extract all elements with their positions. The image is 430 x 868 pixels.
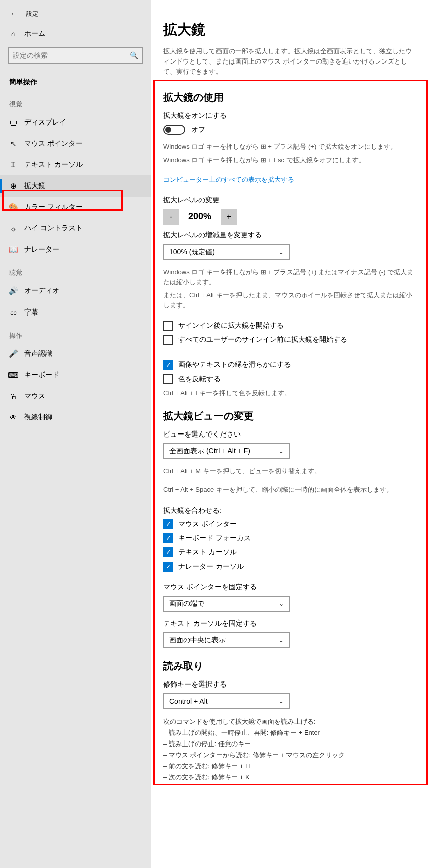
follow-label: 拡大鏡を合わせる: <box>163 506 418 515</box>
caption-icon: ㏄ <box>9 307 17 317</box>
narrator-icon: 📖 <box>9 245 17 254</box>
keyboard-icon: ⌨ <box>9 370 17 380</box>
text-fix-label: テキスト カーソルを固定する <box>163 619 418 628</box>
home-nav[interactable]: ⌂ ホーム <box>0 23 151 44</box>
enlarge-all-link[interactable]: コンピューター上のすべての表示を拡大する <box>163 175 294 184</box>
cb-follow-keyboard[interactable]: ✓キーボード フォーカス <box>163 533 418 543</box>
back-icon[interactable]: ← <box>6 7 22 20</box>
nav-magnifier[interactable]: ⊕拡大鏡 <box>0 175 151 197</box>
modifier-label: 修飾キーを選択する <box>163 680 418 689</box>
display-icon: 🖵 <box>9 118 17 127</box>
zoom-plus-button[interactable]: + <box>221 209 237 225</box>
magnifier-toggle[interactable] <box>163 125 185 135</box>
nav-captions[interactable]: ㏄字幕 <box>0 301 151 323</box>
hint-zoom1: Windows ロゴ キーを押しながら ⊞ + プラス記号 (+) またはマイナ… <box>163 267 418 287</box>
invert-hint: Ctrl + Alt + I キーを押して色を反転します。 <box>163 388 418 398</box>
read-heading: 読み取り <box>163 659 418 673</box>
nav-mouse-pointer[interactable]: ↖マウス ポインター <box>0 133 151 154</box>
checkbox-icon <box>163 321 173 331</box>
cb-start-before-signin[interactable]: すべてのユーザーのサインイン前に拡大鏡を開始する <box>163 335 418 345</box>
nav-display[interactable]: 🖵ディスプレイ <box>0 112 151 133</box>
eye-icon: 👁 <box>9 413 17 422</box>
toggle-state: オフ <box>191 125 205 134</box>
zoom-label: 拡大レベルの変更 <box>163 196 418 205</box>
cb-follow-text[interactable]: ✓テキスト カーソル <box>163 547 418 557</box>
cb-invert-colors[interactable]: 色を反転する <box>163 374 418 384</box>
nav-high-contrast[interactable]: ☼ハイ コントラスト <box>0 218 151 239</box>
zoom-minus-button[interactable]: - <box>163 209 179 225</box>
magnifier-icon: ⊕ <box>9 181 17 191</box>
mouse-fix-label: マウス ポインターを固定する <box>163 583 418 592</box>
home-label: ホーム <box>24 29 45 38</box>
checkbox-checked-icon: ✓ <box>163 562 173 572</box>
hint-zoom2: または、Ctrl + Alt キーを押したまま、マウスのホイールを回転させて拡大… <box>163 290 418 311</box>
main-content: 拡大鏡 拡大鏡を使用して画面の一部を拡大します。拡大鏡は全画面表示として、独立し… <box>151 0 430 868</box>
increment-select[interactable]: 100% (既定値) ⌄ <box>163 244 290 260</box>
checkbox-checked-icon: ✓ <box>163 547 173 557</box>
audio-icon: 🔊 <box>9 286 17 295</box>
nav-keyboard[interactable]: ⌨キーボード <box>0 364 151 386</box>
checkbox-checked-icon: ✓ <box>163 519 173 529</box>
cb-follow-mouse[interactable]: ✓マウス ポインター <box>163 519 418 529</box>
checkbox-checked-icon: ✓ <box>163 533 173 543</box>
cursor-icon: Ꮖ <box>9 160 17 169</box>
zoom-value: 200% <box>181 211 219 222</box>
checkbox-checked-icon: ✓ <box>163 360 173 370</box>
hint-off: Windows ロゴ キーを押しながら ⊞ + Esc で拡大鏡をオフにします。 <box>163 155 418 165</box>
chevron-down-icon: ⌄ <box>279 698 284 705</box>
palette-icon: 🎨 <box>9 203 17 212</box>
chevron-down-icon: ⌄ <box>279 637 284 644</box>
pointer-icon: ↖ <box>9 139 17 148</box>
view-heading: 拡大鏡ビューの変更 <box>163 409 418 423</box>
view-select[interactable]: 全画面表示 (Ctrl + Alt + F) ⌄ <box>163 443 290 459</box>
chevron-down-icon: ⌄ <box>279 448 284 455</box>
cb-follow-narrator[interactable]: ✓ナレーター カーソル <box>163 562 418 572</box>
hint-on: Windows ロゴ キーを押しながら ⊞ + プラス記号 (+) で拡大鏡をオ… <box>163 142 418 152</box>
checkbox-icon <box>163 374 173 384</box>
mic-icon: 🎤 <box>9 349 17 358</box>
nav-mouse[interactable]: 🖱マウス <box>0 386 151 407</box>
chevron-down-icon: ⌄ <box>279 600 284 607</box>
page-title: 拡大鏡 <box>163 20 418 39</box>
contrast-icon: ☼ <box>9 224 17 233</box>
nav-audio[interactable]: 🔊オーディオ <box>0 280 151 301</box>
cb-start-after-signin[interactable]: サインイン後に拡大鏡を開始する <box>163 321 418 331</box>
toggle-label: 拡大鏡をオンにする <box>163 111 418 120</box>
increment-label: 拡大レベルの増減量を変更する <box>163 231 418 240</box>
nav-text-cursor[interactable]: Ꮖテキスト カーソル <box>0 154 151 175</box>
nav-speech[interactable]: 🎤音声認識 <box>0 343 151 364</box>
view-select-label: ビューを選んでください <box>163 430 418 439</box>
category-title: 簡単操作 <box>0 73 151 92</box>
search-icon: 🔍 <box>130 51 138 59</box>
nav-eye-control[interactable]: 👁視線制御 <box>0 407 151 428</box>
use-heading: 拡大鏡の使用 <box>163 91 418 104</box>
group-visual-heading: 視覚 <box>0 92 151 112</box>
text-fix-select[interactable]: 画面の中央に表示 ⌄ <box>163 632 290 648</box>
view-hint1: Ctrl + Alt + M キーを押して、ビューを切り替えます。 <box>163 466 418 476</box>
view-hint2: Ctrl + Alt + Space キーを押して、縮小の際に一時的に画面全体を… <box>163 485 418 495</box>
commands-list: 次のコマンドを使用して拡大鏡で画面を読み上げる: – 読み上げの開始、一時停止、… <box>163 716 418 783</box>
checkbox-icon <box>163 335 173 345</box>
search-input[interactable] <box>13 51 130 59</box>
nav-narrator[interactable]: 📖ナレーター <box>0 239 151 260</box>
home-icon: ⌂ <box>9 30 17 38</box>
window-title: 設定 <box>26 10 38 18</box>
sidebar: ← 設定 ⌂ ホーム 🔍 簡単操作 視覚 🖵ディスプレイ ↖マウス ポインター … <box>0 0 151 868</box>
group-interaction-heading: 操作 <box>0 323 151 343</box>
group-hearing-heading: 聴覚 <box>0 260 151 280</box>
cb-smooth-edges[interactable]: ✓画像やテキストの縁を滑らかにする <box>163 360 418 370</box>
search-input-container[interactable]: 🔍 <box>8 47 143 64</box>
modifier-select[interactable]: Control + Alt ⌄ <box>163 693 290 709</box>
mouse-fix-select[interactable]: 画面の端で ⌄ <box>163 596 290 612</box>
zoom-stepper: - 200% + <box>163 209 418 225</box>
mouse-icon: 🖱 <box>9 392 17 401</box>
page-description: 拡大鏡を使用して画面の一部を拡大します。拡大鏡は全画面表示として、独立したウィン… <box>163 46 418 77</box>
nav-color-filters[interactable]: 🎨カラー フィルター <box>0 197 151 218</box>
chevron-down-icon: ⌄ <box>279 249 284 256</box>
